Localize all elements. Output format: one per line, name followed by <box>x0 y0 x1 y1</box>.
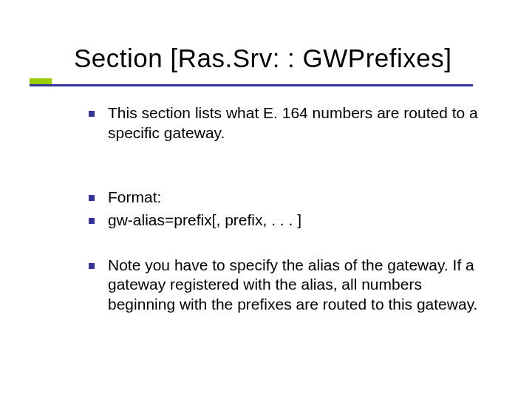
slide-title: Section [Ras.Srv: : GWPrefixes] <box>74 44 502 73</box>
square-bullet-icon <box>89 218 95 224</box>
slide-body: This section lists what E. 164 numbers a… <box>89 103 488 318</box>
title-block: Section [Ras.Srv: : GWPrefixes] <box>74 44 502 73</box>
bullet-text: Note you have to specify the alias of th… <box>108 256 488 316</box>
square-bullet-icon <box>89 111 95 117</box>
list-item: Format: <box>89 188 488 208</box>
title-underline <box>30 84 473 86</box>
bullet-text: gw-alias=prefix[, prefix, . . . ] <box>108 211 301 231</box>
spacer <box>89 146 488 188</box>
list-item: This section lists what E. 164 numbers a… <box>89 103 488 143</box>
list-item: gw-alias=prefix[, prefix, . . . ] <box>89 211 488 231</box>
list-item: Note you have to specify the alias of th… <box>89 256 488 316</box>
bullet-text: Format: <box>108 188 161 208</box>
square-bullet-icon <box>89 195 95 201</box>
spacer <box>89 233 488 256</box>
slide: Section [Ras.Srv: : GWPrefixes] This sec… <box>0 0 532 399</box>
square-bullet-icon <box>89 263 95 269</box>
bullet-text: This section lists what E. 164 numbers a… <box>108 103 488 143</box>
